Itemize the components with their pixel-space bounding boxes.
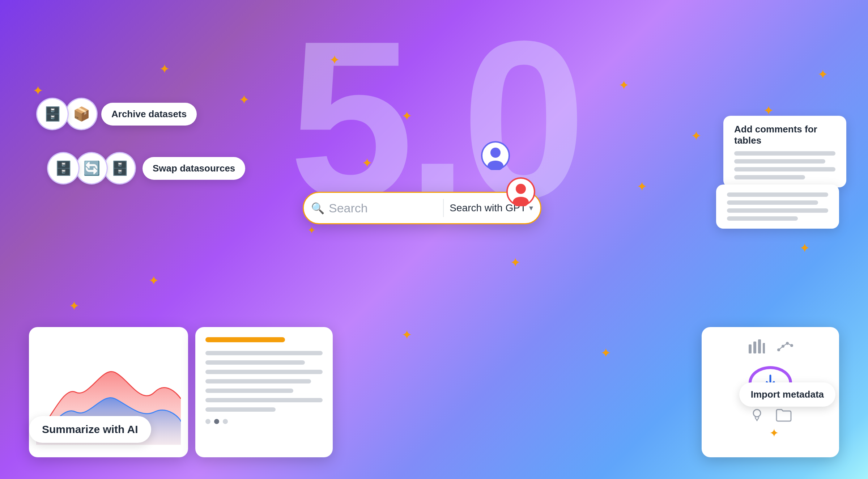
star-icon: ✦ [401,327,412,343]
content-bar [205,337,285,342]
database-icon: 🗄️ [36,98,69,130]
search-icon: 🔍 [311,202,324,215]
star-icon: ✦ [637,179,647,194]
svg-rect-7 [753,342,756,353]
trend-icon [776,339,794,357]
content-line [205,379,311,383]
star-icon: ✦ [799,241,810,256]
svg-point-15 [756,420,758,421]
chat-line [727,208,828,213]
chat-line [727,200,818,205]
archive-icon: 📦 [65,98,98,130]
svg-point-14 [753,410,761,417]
star-icon: ✦ [691,128,702,144]
comment-line [734,159,825,164]
star-icon: ✦ [69,298,80,314]
star-icon: ✦ [401,109,412,124]
star-icon: ✦ [159,62,170,77]
content-line [205,398,323,402]
content-line [205,389,293,393]
refresh-icon: 🔄 [75,152,108,185]
svg-point-4 [516,184,526,194]
summarize-label: Summarize with AI [42,423,138,435]
svg-rect-9 [763,343,765,353]
icon-row [747,337,794,359]
star-icon: ✦ [618,78,629,93]
search-placeholder: Search [329,201,437,215]
star-icon: ✦ [33,83,43,98]
lightbulb-icon [749,407,765,426]
import-label: Import metadata [751,389,824,400]
svg-rect-6 [749,344,752,353]
folder-icon [776,407,792,425]
swap-label: Swap datasources [142,157,245,180]
star-icon: ✦ [148,273,159,288]
content-line [205,351,323,355]
archive-datasets-feature: 🗄️ 📦 Archive datasets [36,98,197,130]
search-divider [443,199,444,217]
star-icon: ✦ [239,92,250,107]
avatar-purple [481,141,510,170]
star-icon: ✦ [329,52,340,68]
comment-line [734,175,805,179]
analytics-icon [747,337,765,359]
content-line [205,360,305,365]
db-icon-1: 🗄️ [47,152,80,185]
comment-line [734,151,835,156]
search-bar[interactable]: 🔍 Search Search with GPT ▾ [303,192,541,224]
star-icon: ✦ [600,346,611,361]
bottom-icon-row [749,407,792,426]
db-icon-2: 🗄️ [103,152,136,185]
star-icon: ✦ [307,224,316,236]
dot [205,419,210,424]
content-line [205,407,276,412]
summarize-ai-button[interactable]: Summarize with AI [29,416,151,443]
chat-bubble-right [716,185,839,229]
comment-lines [734,151,835,179]
content-lines [205,351,323,412]
comment-line [734,167,835,171]
star-icon: ✦ [817,67,828,82]
import-metadata-button[interactable]: Import metadata [739,382,835,407]
star-icon: ✦ [769,426,779,440]
avatar-red [506,177,535,206]
dot [223,419,228,424]
content-card [195,327,333,457]
add-comments-feature: Add comments for tables [723,116,846,187]
svg-rect-8 [758,339,761,353]
dot-active [214,419,219,424]
star-icon: ✦ [510,255,521,270]
chat-line [727,192,828,197]
add-comments-title: Add comments for tables [734,124,835,146]
content-line [205,370,323,374]
chat-line [727,216,798,221]
swap-datasources-feature: 🗄️ 🔄 🗄️ Swap datasources [47,152,245,185]
star-icon: ✦ [362,156,373,171]
svg-point-1 [490,148,501,158]
pagination-dots [205,419,323,424]
archive-label: Archive datasets [101,103,197,126]
